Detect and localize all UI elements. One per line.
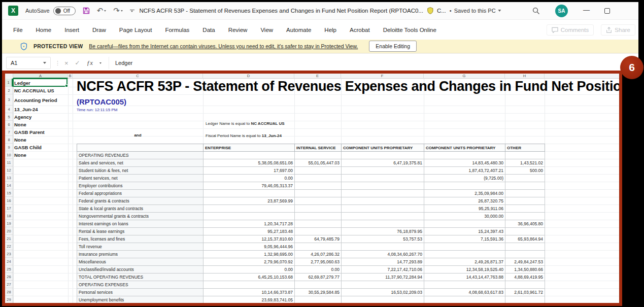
value-cell[interactable] [342, 281, 424, 289]
row-label-cell[interactable]: Toll revenue [77, 243, 204, 251]
row-label-cell[interactable]: Rental & lease earnings [77, 228, 204, 235]
value-cell[interactable]: 4,08,68,63,617.83 [424, 289, 505, 296]
tab-home[interactable]: Home [36, 27, 52, 33]
value-cell[interactable]: 12,34,58,19,525.40 [424, 266, 505, 274]
formula-input[interactable]: Ledger [109, 57, 638, 69]
value-cell[interactable]: 2,49,84,247.53 [505, 258, 545, 266]
row-header-21[interactable]: 21 [5, 235, 13, 243]
tab-data[interactable]: Data [202, 27, 215, 33]
value-cell[interactable] [505, 197, 545, 205]
value-cell[interactable] [505, 175, 545, 182]
value-cell[interactable] [295, 175, 342, 182]
value-cell[interactable] [342, 205, 424, 213]
value-cell[interactable] [204, 281, 295, 289]
value-cell[interactable]: 14,77,293.89 [342, 258, 424, 266]
value-cell[interactable]: 95,25,911.06 [424, 205, 505, 213]
value-cell[interactable]: 0.00 [204, 266, 295, 274]
value-cell[interactable] [342, 296, 424, 303]
value-cell[interactable]: 62,69,87,279.77 [295, 274, 342, 281]
value-cell[interactable] [295, 243, 342, 251]
column-header-c[interactable]: C [73, 74, 203, 79]
cell-a5[interactable]: Agency [14, 113, 31, 121]
value-cell[interactable]: 2,49,26,871.37 [424, 258, 505, 266]
column-header-f[interactable]: F [341, 74, 424, 79]
minimize-button[interactable]: — [583, 8, 589, 14]
row-header-15[interactable]: 15 [5, 189, 13, 197]
tab-formulas[interactable]: Formulas [165, 27, 189, 33]
value-cell[interactable] [295, 197, 342, 205]
protected-view-message[interactable]: Be careful—files from the Internet can c… [89, 43, 358, 49]
insert-function-icon[interactable]: ƒx [87, 59, 93, 67]
value-cell[interactable]: 26,87,320.75 [424, 197, 505, 205]
comments-button[interactable]: Comments [547, 24, 594, 36]
value-cell[interactable] [342, 197, 424, 205]
table-header-2[interactable]: INTERNAL SERVICE [295, 144, 342, 152]
value-cell[interactable] [295, 281, 342, 289]
value-cell[interactable]: 64,79,485.79 [295, 235, 342, 243]
select-all-corner[interactable] [5, 74, 13, 79]
value-cell[interactable]: 65,93,864.94 [505, 235, 545, 243]
excel-app-icon[interactable]: X [8, 6, 18, 16]
value-cell[interactable] [204, 152, 295, 159]
row-label-cell[interactable]: Miscellaneous [77, 258, 204, 266]
row-header-19[interactable]: 19 [5, 220, 13, 227]
value-cell[interactable]: 55,01,05,447.03 [295, 159, 342, 167]
row-label-cell[interactable]: Fees, licenses and fines [77, 235, 204, 243]
row-header-4[interactable]: 4 [5, 106, 13, 113]
value-cell[interactable] [204, 190, 295, 197]
value-cell[interactable]: 1,20,34,717.28 [204, 220, 295, 228]
tab-review[interactable]: Review [228, 27, 248, 33]
value-cell[interactable] [342, 175, 424, 182]
value-cell[interactable]: 4,08,34,60,267.70 [342, 251, 424, 258]
search-icon[interactable] [532, 7, 540, 15]
table-header-3[interactable]: COMPONENT UNITS PROPRIETARY [342, 144, 424, 152]
value-cell[interactable]: 30,000.00 [424, 213, 505, 220]
row-header-26[interactable]: 26 [5, 273, 13, 281]
row-header-9[interactable]: 9 [5, 144, 13, 151]
value-cell[interactable] [342, 243, 424, 251]
row-label-cell[interactable]: Unemployment benefits [77, 296, 204, 303]
tab-acrobat[interactable]: Acrobat [350, 27, 370, 33]
value-cell[interactable]: 14,43,14,47,763.88 [424, 274, 505, 281]
column-header-d[interactable]: D [203, 74, 294, 79]
value-cell[interactable]: 4,88,69,419.95 [505, 274, 545, 281]
row-header-11[interactable]: 11 [5, 159, 13, 166]
row-header-1[interactable]: 1 [5, 79, 13, 87]
row-label-cell[interactable]: Unclassified/invalid accounts [77, 266, 204, 274]
value-cell[interactable] [342, 220, 424, 228]
cancel-entry-icon[interactable]: × [64, 59, 69, 67]
value-cell[interactable] [505, 190, 545, 197]
tab-file[interactable]: File [13, 27, 23, 33]
value-cell[interactable]: 9,05,96,444.96 [204, 243, 295, 251]
value-cell[interactable]: 14,83,45,480.30 [424, 159, 505, 167]
value-cell[interactable]: 23,69,83,741.05 [204, 296, 295, 303]
row-header-10[interactable]: 10 [5, 151, 13, 159]
selected-cell-a1[interactable] [13, 78, 67, 87]
row-label-cell[interactable]: Student tuition & fees, net [77, 167, 204, 175]
row-header-8[interactable]: 8 [5, 136, 13, 144]
value-cell[interactable]: (9,725.00) [424, 175, 505, 182]
enable-editing-button[interactable]: Enable Editing [369, 41, 417, 52]
value-cell[interactable] [342, 167, 424, 175]
value-cell[interactable]: 30,55,29,584.85 [295, 289, 342, 296]
row-label-cell[interactable]: TOTAL OPERATING REVENUES [77, 274, 204, 281]
sensitivity-shield-icon[interactable] [427, 7, 433, 14]
value-cell[interactable]: 36,96,405.80 [505, 220, 545, 228]
column-header-g[interactable]: G [424, 74, 505, 79]
value-cell[interactable] [505, 205, 545, 213]
table-header-1[interactable]: ENTERPRISE [204, 144, 295, 152]
name-box[interactable]: A1 [6, 57, 51, 69]
cell-a4[interactable]: 13_Jun-24 [14, 106, 38, 113]
value-cell[interactable] [505, 281, 545, 289]
value-cell[interactable] [505, 228, 545, 235]
column-header-b[interactable]: B [68, 74, 73, 79]
formula-bar-grip-icon[interactable]: ⋮ [55, 60, 60, 66]
row-header-17[interactable]: 17 [5, 204, 13, 212]
row-header-6[interactable]: 6 [5, 121, 13, 128]
value-cell[interactable]: 17,697.00 [204, 167, 295, 175]
row-header-23[interactable]: 23 [5, 250, 13, 258]
row-label-cell[interactable]: Employer contributions [77, 182, 204, 190]
value-cell[interactable]: 2,61,03,961.72 [505, 289, 545, 296]
value-cell[interactable] [295, 190, 342, 197]
column-header-e[interactable]: E [294, 74, 341, 79]
